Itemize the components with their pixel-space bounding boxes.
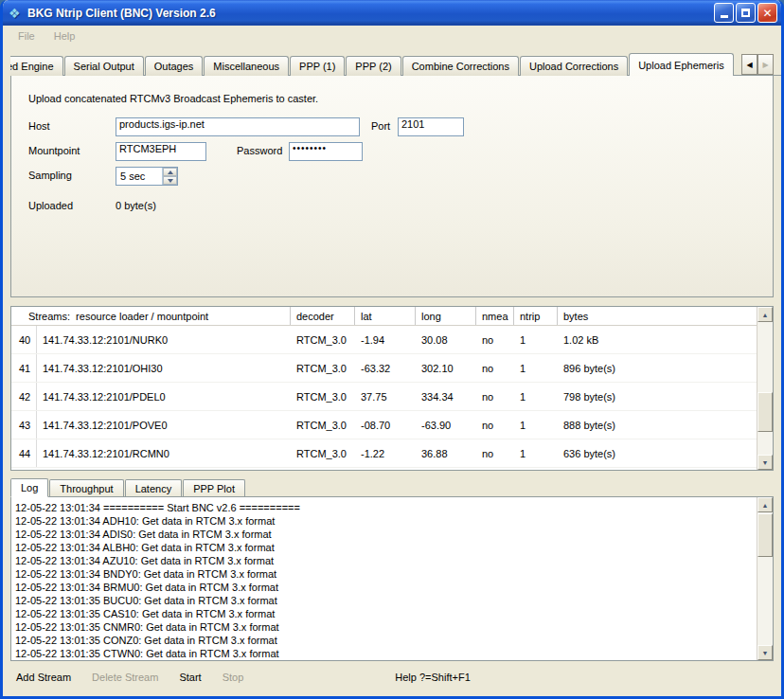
spin-down-button[interactable] [163,176,177,185]
title-bar[interactable]: ❖ BKG Ntrip Client (BNC) Version 2.6 ✕ [3,0,781,26]
tab-latency[interactable]: Latency [125,479,183,496]
tab-ppp-plot[interactable]: PPP Plot [183,479,245,496]
log-lines[interactable]: 12-05-22 13:01:34 ========== Start BNC v… [11,497,757,660]
header-ntrip[interactable]: ntrip [514,307,558,325]
uploaded-value: 0 byte(s) [116,200,156,211]
scroll-up-icon: ▲ [762,312,769,318]
host-input[interactable]: products.igs-ip.net [116,117,360,136]
tab-combine-corrections[interactable]: Combine Corrections [402,56,519,76]
table-row[interactable]: 43141.74.33.12:2101/POVE0RTCM_3.0-08.70-… [11,411,757,439]
log-scrollbar-thumb[interactable] [757,513,773,557]
tab-ppp-1[interactable]: PPP (1) [290,56,345,76]
tab-upload-ephemeris[interactable]: Upload Ephemeris [629,53,734,76]
cell-long: 30.08 [416,326,476,353]
app-icon: ❖ [9,6,24,21]
cell-nmea: no [476,439,514,467]
cell-decoder: RTCM_3.0 [291,411,355,439]
log-scroll-down-button[interactable]: ▼ [757,645,773,660]
arrow-down-icon [168,179,173,183]
menu-file[interactable]: File [10,28,43,44]
tab-widget: ed EngineSerial OutputOutagesMiscellaneo… [3,46,781,76]
minimize-button[interactable] [714,3,734,23]
upload-ephemeris-panel: Upload concatenated RTCMv3 Broadcast Eph… [10,76,774,297]
log-line: 12-05-22 13:01:34 ADIS0: Get data in RTC… [15,528,757,541]
scroll-down-button[interactable]: ▼ [757,455,773,470]
log-line: 12-05-22 13:01:35 CONZ0: Get data in RTC… [15,634,757,647]
port-input[interactable]: 2101 [398,117,464,136]
cell-ntrip: 1 [514,354,558,382]
mountpoint-label: Mountpoint [28,145,80,156]
row-number: 40 [11,326,37,353]
cell-lat: -1.94 [355,326,416,353]
tab-miscellaneous[interactable]: Miscellaneous [204,56,289,76]
cell-nmea: no [476,354,514,382]
password-input[interactable]: •••••••• [289,142,363,161]
cell-bytes: 896 byte(s) [558,354,757,382]
cell-mountpoint: 141.74.33.12:2101/RCMN0 [37,439,291,467]
table-row[interactable]: 44141.74.33.12:2101/RCMN0RTCM_3.0-1.2236… [11,439,757,468]
help-button[interactable]: Help ?=Shift+F1 [391,670,474,685]
mountpoint-input[interactable]: RTCM3EPH [116,142,206,161]
tab-ppp-2[interactable]: PPP (2) [346,56,401,76]
cell-bytes: 636 byte(s) [558,439,757,467]
log-scroll-up-button[interactable]: ▲ [757,497,773,512]
tab-upload-corrections[interactable]: Upload Corrections [520,56,628,76]
menu-bar: File Help [3,26,781,46]
cell-long: 36.88 [416,439,476,467]
cell-decoder: RTCM_3.0 [291,354,355,382]
add-stream-button[interactable]: Add Stream [12,670,75,685]
scroll-up-button[interactable]: ▲ [757,307,773,322]
row-number: 41 [11,354,37,382]
tab-throughput[interactable]: Throughput [49,479,123,496]
menu-help[interactable]: Help [46,28,83,44]
header-streams[interactable]: Streams: resource loader / mountpoint [11,307,291,325]
log-line: 12-05-22 13:01:35 CAS10: Get data in RTC… [15,607,757,620]
row-number: 43 [11,411,37,439]
port-label: Port [371,120,390,132]
header-lat[interactable]: lat [355,307,416,325]
cell-long: 334.34 [416,383,476,410]
table-row[interactable]: 40141.74.33.12:2101/NURK0RTCM_3.0-1.9430… [11,326,757,354]
start-button[interactable]: Start [175,670,205,685]
cell-decoder: RTCM_3.0 [291,439,355,467]
table-row[interactable]: 42141.74.33.12:2101/PDEL0RTCM_3.037.7533… [11,383,757,411]
spin-up-button[interactable] [163,168,177,176]
close-button[interactable]: ✕ [757,3,777,23]
cell-decoder: RTCM_3.0 [291,383,355,410]
cell-bytes: 888 byte(s) [558,411,757,439]
header-long[interactable]: long [416,307,476,325]
stop-button[interactable]: Stop [219,670,248,685]
header-nmea[interactable]: nmea [476,307,514,325]
scroll-up-icon: ▲ [762,502,769,509]
log-line: 12-05-22 13:01:35 BUCU0: Get data in RTC… [15,594,757,607]
tab-ed-engine[interactable]: ed Engine [10,56,63,76]
cell-mountpoint: 141.74.33.12:2101/POVE0 [37,411,291,439]
cell-mountpoint: 141.74.33.12:2101/NURK0 [37,326,291,353]
tab-scroll-left-button[interactable]: ◀ [741,54,757,75]
cell-lat: -08.70 [355,411,416,439]
cell-bytes: 798 byte(s) [558,383,757,410]
maximize-button[interactable] [736,3,756,23]
cell-nmea: no [476,326,514,353]
streams-scrollbar[interactable]: ▲ ▼ [757,307,773,470]
table-row[interactable]: 41141.74.33.12:2101/OHI30RTCM_3.0-63.323… [11,354,757,383]
tab-log[interactable]: Log [10,478,48,497]
cell-nmea: no [476,411,514,439]
tab-outages[interactable]: Outages [145,56,204,76]
sampling-spinner[interactable]: 5 sec [116,167,178,186]
cell-mountpoint: 141.74.33.12:2101/PDEL0 [37,383,291,410]
sampling-spin-buttons [162,168,177,185]
log-scrollbar[interactable]: ▲ ▼ [757,497,773,660]
log-line: 12-05-22 13:01:35 CTWN0: Get data in RTC… [15,647,757,660]
scroll-down-icon: ▼ [762,459,769,466]
chevron-left-icon: ◀ [746,61,752,69]
streams-scrollbar-thumb[interactable] [757,392,773,432]
streams-header-row: Streams: resource loader / mountpoint de… [11,307,757,326]
header-decoder[interactable]: decoder [291,307,355,325]
delete-stream-button[interactable]: Delete Stream [88,670,162,685]
tab-scroll-right-button[interactable]: ▶ [757,54,774,75]
header-bytes[interactable]: bytes [558,307,757,325]
minimize-icon [721,15,728,18]
tab-serial-output[interactable]: Serial Output [64,56,144,76]
close-icon: ✕ [762,8,772,19]
